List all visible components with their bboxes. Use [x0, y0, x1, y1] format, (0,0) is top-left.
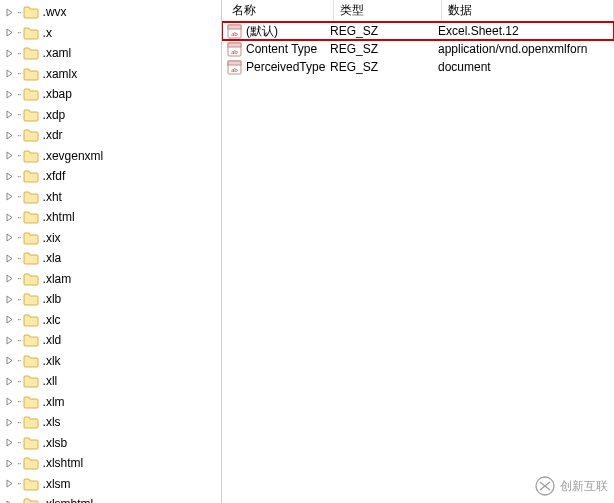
- tree-item-label: .xld: [43, 333, 62, 347]
- tree-item[interactable]: ·· .xlshtml: [0, 453, 221, 474]
- tree-item[interactable]: ·· .xbap: [0, 84, 221, 105]
- tree-guide: ··: [17, 7, 21, 18]
- list-row[interactable]: ab (默认)REG_SZExcel.Sheet.12: [222, 22, 614, 40]
- expand-icon[interactable]: [4, 253, 15, 264]
- expand-icon[interactable]: [4, 458, 15, 469]
- reg-string-icon: ab: [226, 24, 242, 39]
- expand-icon[interactable]: [4, 7, 15, 18]
- expand-icon[interactable]: [4, 314, 15, 325]
- tree-item[interactable]: ·· .xll: [0, 371, 221, 392]
- tree-item[interactable]: ·· .xlm: [0, 392, 221, 413]
- tree-item[interactable]: ·· .xlb: [0, 289, 221, 310]
- list-row[interactable]: ab PerceivedTypeREG_SZdocument: [222, 58, 614, 76]
- expand-icon[interactable]: [4, 273, 15, 284]
- tree-item-label: .xls: [43, 415, 61, 429]
- tree-guide: ··: [17, 171, 21, 182]
- expand-icon[interactable]: [4, 212, 15, 223]
- tree-item[interactable]: ·· .xht: [0, 187, 221, 208]
- folder-icon: [23, 46, 39, 60]
- tree-item-label: .xaml: [43, 46, 72, 60]
- tree-guide: ··: [17, 273, 21, 284]
- expand-icon[interactable]: [4, 376, 15, 387]
- tree-item[interactable]: ·· .x: [0, 23, 221, 44]
- expand-icon[interactable]: [4, 396, 15, 407]
- expand-icon[interactable]: [4, 68, 15, 79]
- tree-guide: ··: [17, 68, 21, 79]
- tree-item[interactable]: ·· .wvx: [0, 2, 221, 23]
- tree-item-label: .xlm: [43, 395, 65, 409]
- tree-item-label: .xfdf: [43, 169, 66, 183]
- tree-item-label: .xhtml: [43, 210, 75, 224]
- tree-guide: ··: [17, 417, 21, 428]
- watermark-text: 创新互联: [560, 478, 608, 495]
- header-name[interactable]: 名称: [226, 0, 334, 21]
- header-type[interactable]: 类型: [334, 0, 442, 21]
- expand-icon[interactable]: [4, 130, 15, 141]
- tree-item[interactable]: ·· .xla: [0, 248, 221, 269]
- tree-item[interactable]: ·· .xlc: [0, 310, 221, 331]
- expand-icon[interactable]: [4, 171, 15, 182]
- tree-item-label: .xlk: [43, 354, 61, 368]
- tree-item[interactable]: ·· .xdr: [0, 125, 221, 146]
- folder-icon: [23, 374, 39, 388]
- folder-icon: [23, 67, 39, 81]
- tree-guide: ··: [17, 376, 21, 387]
- tree-item[interactable]: ·· .xhtml: [0, 207, 221, 228]
- tree-item[interactable]: ·· .xld: [0, 330, 221, 351]
- tree-guide: ··: [17, 294, 21, 305]
- tree-item-label: .xla: [43, 251, 62, 265]
- tree-item-label: .xlam: [43, 272, 72, 286]
- expand-icon[interactable]: [4, 232, 15, 243]
- reg-string-icon: ab: [226, 42, 242, 57]
- tree-guide: ··: [17, 478, 21, 489]
- tree-item[interactable]: ·· .xlk: [0, 351, 221, 372]
- tree-guide: ··: [17, 89, 21, 100]
- expand-icon[interactable]: [4, 437, 15, 448]
- registry-tree-panel[interactable]: ·· .wvx ·· .x ·· .xaml ·· .xamlx ·· .xba…: [0, 0, 222, 503]
- tree-item[interactable]: ·· .xlsb: [0, 433, 221, 454]
- folder-icon: [23, 395, 39, 409]
- tree-item[interactable]: ·· .xfdf: [0, 166, 221, 187]
- watermark: 创新互联: [534, 475, 608, 497]
- folder-icon: [23, 108, 39, 122]
- svg-text:ab: ab: [231, 30, 238, 38]
- value-data: document: [438, 60, 614, 74]
- expand-icon[interactable]: [4, 417, 15, 428]
- expand-icon[interactable]: [4, 27, 15, 38]
- tree-item[interactable]: ·· .xamlx: [0, 64, 221, 85]
- value-type: REG_SZ: [330, 60, 438, 74]
- tree-item[interactable]: ·· .xlsm: [0, 474, 221, 495]
- svg-rect-7: [228, 61, 241, 65]
- tree-item-label: .wvx: [43, 5, 67, 19]
- expand-icon[interactable]: [4, 109, 15, 120]
- tree-item-label: .xlsmhtml: [43, 497, 94, 503]
- tree-item[interactable]: ·· .xevgenxml: [0, 146, 221, 167]
- tree-item[interactable]: ·· .xls: [0, 412, 221, 433]
- tree-item[interactable]: ·· .xdp: [0, 105, 221, 126]
- expand-icon[interactable]: [4, 150, 15, 161]
- expand-icon[interactable]: [4, 89, 15, 100]
- tree-item[interactable]: ·· .xlam: [0, 269, 221, 290]
- expand-icon[interactable]: [4, 355, 15, 366]
- svg-text:ab: ab: [231, 66, 238, 74]
- expand-icon[interactable]: [4, 191, 15, 202]
- tree-item-label: .xamlx: [43, 67, 78, 81]
- expand-icon[interactable]: [4, 294, 15, 305]
- tree-guide: ··: [17, 27, 21, 38]
- tree-item-label: .xht: [43, 190, 62, 204]
- list-row[interactable]: ab Content TypeREG_SZapplication/vnd.ope…: [222, 40, 614, 58]
- tree-guide: ··: [17, 232, 21, 243]
- tree-guide: ··: [17, 253, 21, 264]
- value-name: (默认): [246, 23, 278, 40]
- expand-icon[interactable]: [4, 48, 15, 59]
- expand-icon[interactable]: [4, 499, 15, 503]
- tree-item[interactable]: ·· .xlsmhtml: [0, 494, 221, 503]
- tree-item-label: .xlb: [43, 292, 62, 306]
- tree-item[interactable]: ·· .xaml: [0, 43, 221, 64]
- header-data[interactable]: 数据: [442, 0, 614, 21]
- expand-icon[interactable]: [4, 478, 15, 489]
- folder-icon: [23, 456, 39, 470]
- tree-item[interactable]: ·· .xix: [0, 228, 221, 249]
- value-type: REG_SZ: [330, 24, 438, 38]
- expand-icon[interactable]: [4, 335, 15, 346]
